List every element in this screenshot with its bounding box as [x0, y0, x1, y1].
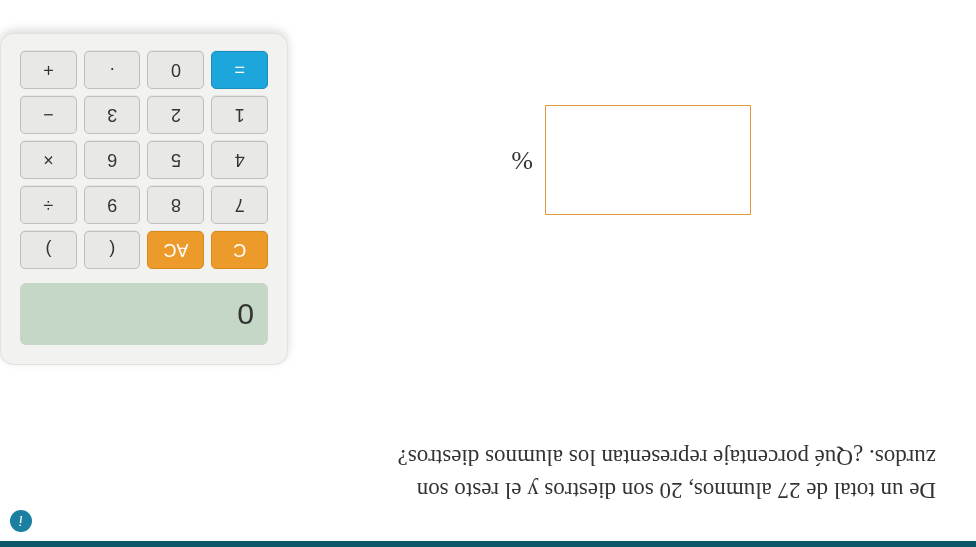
q-num-total: 27: [778, 478, 801, 503]
calc-label: 8: [171, 195, 181, 216]
calc-label: 9: [107, 195, 117, 216]
answer-row: %: [511, 105, 751, 215]
calc-btn-9[interactable]: 9: [84, 186, 141, 224]
calc-label: 1: [235, 105, 245, 126]
calc-label: 2: [171, 105, 181, 126]
calculator: 0 C AC ( ) 7 8 9 ÷ 4 5 6 × 1 2 3 − = 0 ·…: [0, 33, 288, 365]
question-text: De un total de 27 alumnos, 20 son diestr…: [40, 440, 936, 507]
calc-btn-8[interactable]: 8: [148, 186, 205, 224]
calc-btn-6[interactable]: 6: [84, 141, 141, 179]
calc-btn-divide[interactable]: ÷: [20, 186, 77, 224]
calc-btn-multiply[interactable]: ×: [20, 141, 77, 179]
calc-btn-7[interactable]: 7: [211, 186, 268, 224]
help-symbol: i: [19, 513, 23, 530]
calc-label: 4: [235, 150, 245, 171]
q-line2: zurdos. ¿Qué porcentaje representan los …: [398, 445, 936, 470]
calc-label: AC: [163, 240, 188, 261]
calc-label: 6: [107, 150, 117, 171]
calc-label: 5: [171, 150, 181, 171]
calc-btn-4[interactable]: 4: [211, 141, 268, 179]
top-bar: [0, 541, 976, 547]
calc-btn-0[interactable]: 0: [148, 51, 205, 89]
calc-label: 3: [107, 105, 117, 126]
calc-display-value: 0: [237, 297, 254, 331]
calc-label: ÷: [43, 195, 53, 216]
calc-label: (: [109, 240, 115, 261]
percent-sign: %: [511, 145, 533, 175]
calc-label: 7: [235, 195, 245, 216]
calc-label: +: [43, 60, 54, 81]
calc-display: 0: [20, 283, 268, 345]
calc-btn-1[interactable]: 1: [211, 96, 268, 134]
calc-btn-c[interactable]: C: [211, 231, 268, 269]
q-part: De un total de: [801, 478, 936, 503]
calc-label: ·: [110, 60, 115, 81]
calc-label: =: [234, 60, 245, 81]
calc-btn-3[interactable]: 3: [84, 96, 141, 134]
calc-btn-ac[interactable]: AC: [148, 231, 205, 269]
calc-keypad: C AC ( ) 7 8 9 ÷ 4 5 6 × 1 2 3 − = 0 · +: [20, 51, 268, 269]
calc-btn-paren-close[interactable]: ): [20, 231, 77, 269]
answer-input[interactable]: [545, 105, 751, 215]
calc-label: C: [233, 240, 246, 261]
calc-btn-dot[interactable]: ·: [84, 51, 141, 89]
q-part: alumnos,: [682, 478, 777, 503]
calc-btn-add[interactable]: +: [20, 51, 77, 89]
calc-btn-paren-open[interactable]: (: [84, 231, 141, 269]
calc-btn-equals[interactable]: =: [211, 51, 268, 89]
calc-btn-2[interactable]: 2: [148, 96, 205, 134]
calc-label: ): [45, 240, 51, 261]
q-num-diestros: 20: [659, 478, 682, 503]
q-part: son diestros y el resto son: [417, 478, 660, 503]
calc-btn-subtract[interactable]: −: [20, 96, 77, 134]
calc-btn-5[interactable]: 5: [148, 141, 205, 179]
calc-label: −: [43, 105, 54, 126]
help-icon[interactable]: i: [10, 510, 32, 532]
calc-label: ×: [43, 150, 54, 171]
calc-label: 0: [171, 60, 181, 81]
